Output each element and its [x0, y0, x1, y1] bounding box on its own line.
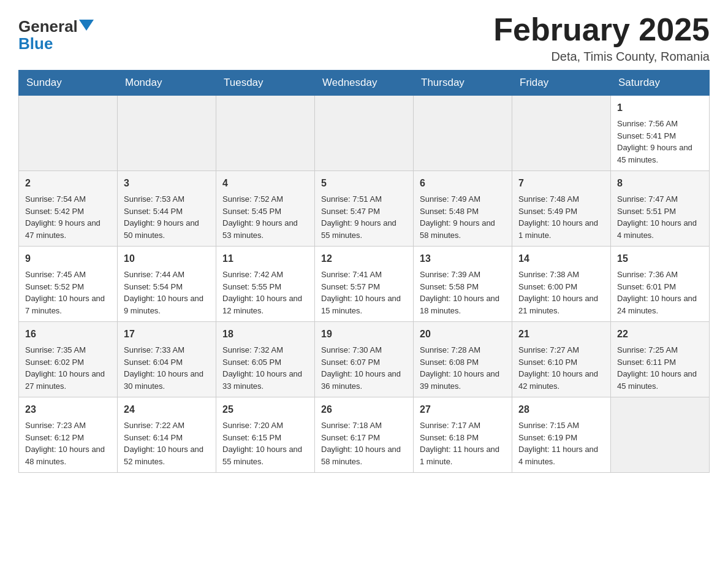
- day-info-line: Daylight: 10 hours and 52 minutes.: [124, 443, 210, 467]
- day-info-line: Daylight: 10 hours and 42 minutes.: [518, 368, 604, 392]
- calendar-week-3: 9Sunrise: 7:45 AMSunset: 5:52 PMDaylight…: [19, 247, 710, 322]
- day-info-line: Sunset: 6:07 PM: [321, 356, 407, 369]
- day-info-line: Daylight: 10 hours and 27 minutes.: [25, 368, 111, 392]
- calendar-cell-w1-d4: [315, 96, 414, 171]
- day-info-line: Daylight: 10 hours and 7 minutes.: [25, 293, 111, 316]
- day-number: 22: [617, 327, 703, 342]
- day-info-line: Sunrise: 7:23 AM: [25, 419, 111, 432]
- day-number: 6: [420, 176, 506, 191]
- day-info-line: Daylight: 10 hours and 18 minutes.: [420, 293, 506, 316]
- logo-blue: Blue: [18, 36, 53, 52]
- day-info-line: Sunrise: 7:36 AM: [617, 269, 703, 281]
- day-number: 17: [124, 327, 210, 342]
- day-info-line: Daylight: 9 hours and 50 minutes.: [124, 217, 210, 241]
- calendar-cell-w3-d1: 9Sunrise: 7:45 AMSunset: 5:52 PMDaylight…: [19, 247, 118, 322]
- day-info-line: Sunrise: 7:48 AM: [518, 193, 604, 205]
- day-info-line: Sunrise: 7:39 AM: [420, 269, 506, 281]
- calendar-cell-w3-d3: 11Sunrise: 7:42 AMSunset: 5:55 PMDayligh…: [216, 247, 315, 322]
- calendar-week-1: 1Sunrise: 7:56 AMSunset: 5:41 PMDaylight…: [19, 96, 710, 171]
- calendar-title-block: February 2025 Deta, Timis County, Romani…: [493, 12, 710, 64]
- day-number: 2: [25, 176, 111, 191]
- day-info-line: Sunrise: 7:30 AM: [321, 344, 407, 356]
- calendar-cell-w1-d7: 1Sunrise: 7:56 AMSunset: 5:41 PMDaylight…: [611, 96, 710, 171]
- calendar-cell-w5-d3: 25Sunrise: 7:20 AMSunset: 6:15 PMDayligh…: [216, 397, 315, 473]
- day-number: 8: [617, 176, 703, 191]
- calendar-cell-w3-d4: 12Sunrise: 7:41 AMSunset: 5:57 PMDayligh…: [315, 247, 414, 322]
- day-info-line: Daylight: 10 hours and 48 minutes.: [25, 443, 111, 467]
- day-info-line: Sunset: 5:52 PM: [25, 281, 111, 293]
- day-number: 3: [124, 176, 210, 191]
- day-info-line: Sunset: 6:01 PM: [617, 281, 703, 293]
- day-info-line: Daylight: 10 hours and 9 minutes.: [124, 293, 210, 316]
- day-info-line: Daylight: 9 hours and 58 minutes.: [420, 217, 506, 241]
- day-info-line: Daylight: 10 hours and 36 minutes.: [321, 368, 407, 392]
- day-info-line: Sunrise: 7:53 AM: [124, 193, 210, 205]
- day-number: 21: [518, 327, 604, 342]
- day-info-line: Sunset: 5:41 PM: [617, 130, 703, 142]
- calendar-cell-w4-d5: 20Sunrise: 7:28 AMSunset: 6:08 PMDayligh…: [414, 322, 512, 397]
- day-info-line: Sunset: 5:42 PM: [25, 205, 111, 218]
- day-info-line: Sunrise: 7:28 AM: [420, 344, 506, 356]
- calendar-cell-w3-d6: 14Sunrise: 7:38 AMSunset: 6:00 PMDayligh…: [512, 247, 611, 322]
- day-info-line: Daylight: 10 hours and 12 minutes.: [222, 293, 308, 316]
- day-info-line: Sunset: 5:57 PM: [321, 281, 407, 293]
- day-info-line: Sunset: 6:18 PM: [420, 432, 506, 444]
- day-info-line: Sunset: 5:58 PM: [420, 281, 506, 293]
- day-info-line: Daylight: 11 hours and 1 minute.: [420, 443, 506, 467]
- day-info-line: Daylight: 10 hours and 15 minutes.: [321, 293, 407, 316]
- day-number: 19: [321, 327, 407, 342]
- calendar-cell-w5-d2: 24Sunrise: 7:22 AMSunset: 6:14 PMDayligh…: [118, 397, 216, 473]
- day-number: 10: [124, 251, 210, 266]
- calendar-cell-w4-d4: 19Sunrise: 7:30 AMSunset: 6:07 PMDayligh…: [315, 322, 414, 397]
- calendar-cell-w4-d7: 22Sunrise: 7:25 AMSunset: 6:11 PMDayligh…: [611, 322, 710, 397]
- day-info-line: Daylight: 9 hours and 53 minutes.: [222, 217, 308, 241]
- calendar-cell-w1-d5: [414, 96, 512, 171]
- day-number: 28: [518, 402, 604, 417]
- logo-general: General: [18, 18, 78, 34]
- day-number: 4: [222, 176, 308, 191]
- day-number: 18: [222, 327, 308, 342]
- calendar-cell-w1-d2: [118, 96, 216, 171]
- day-number: 11: [222, 251, 308, 266]
- calendar-week-4: 16Sunrise: 7:35 AMSunset: 6:02 PMDayligh…: [19, 322, 710, 397]
- calendar-cell-w3-d5: 13Sunrise: 7:39 AMSunset: 5:58 PMDayligh…: [414, 247, 512, 322]
- calendar-cell-w3-d2: 10Sunrise: 7:44 AMSunset: 5:54 PMDayligh…: [118, 247, 216, 322]
- day-info-line: Sunrise: 7:32 AM: [222, 344, 308, 356]
- calendar-week-2: 2Sunrise: 7:54 AMSunset: 5:42 PMDaylight…: [19, 171, 710, 247]
- day-info-line: Sunrise: 7:38 AM: [518, 269, 604, 281]
- calendar-cell-w5-d7: [611, 397, 710, 473]
- day-info-line: Daylight: 10 hours and 58 minutes.: [321, 443, 407, 467]
- day-info-line: Sunrise: 7:27 AM: [518, 344, 604, 356]
- day-info-line: Sunrise: 7:22 AM: [124, 419, 210, 432]
- day-info-line: Sunset: 5:45 PM: [222, 205, 308, 218]
- day-number: 9: [25, 251, 111, 266]
- day-info-line: Daylight: 9 hours and 45 minutes.: [617, 142, 703, 166]
- day-number: 24: [124, 402, 210, 417]
- day-number: 16: [25, 327, 111, 342]
- calendar-cell-w2-d4: 5Sunrise: 7:51 AMSunset: 5:47 PMDaylight…: [315, 171, 414, 247]
- col-header-friday: Friday: [512, 71, 611, 96]
- day-number: 20: [420, 327, 506, 342]
- col-header-thursday: Thursday: [414, 71, 512, 96]
- calendar-cell-w5-d4: 26Sunrise: 7:18 AMSunset: 6:17 PMDayligh…: [315, 397, 414, 473]
- calendar-cell-w5-d5: 27Sunrise: 7:17 AMSunset: 6:18 PMDayligh…: [414, 397, 512, 473]
- day-info-line: Daylight: 9 hours and 55 minutes.: [321, 217, 407, 241]
- day-info-line: Sunrise: 7:17 AM: [420, 419, 506, 432]
- calendar-cell-w4-d1: 16Sunrise: 7:35 AMSunset: 6:02 PMDayligh…: [19, 322, 118, 397]
- calendar-location: Deta, Timis County, Romania: [493, 50, 710, 64]
- day-info-line: Sunset: 6:00 PM: [518, 281, 604, 293]
- col-header-sunday: Sunday: [19, 71, 118, 96]
- calendar-cell-w2-d1: 2Sunrise: 7:54 AMSunset: 5:42 PMDaylight…: [19, 171, 118, 247]
- day-info-line: Sunset: 6:08 PM: [420, 356, 506, 369]
- calendar-cell-w2-d2: 3Sunrise: 7:53 AMSunset: 5:44 PMDaylight…: [118, 171, 216, 247]
- day-info-line: Sunrise: 7:35 AM: [25, 344, 111, 356]
- day-number: 7: [518, 176, 604, 191]
- day-info-line: Sunset: 6:17 PM: [321, 432, 407, 444]
- calendar-table: Sunday Monday Tuesday Wednesday Thursday…: [18, 70, 710, 473]
- day-info-line: Sunset: 5:44 PM: [124, 205, 210, 218]
- calendar-cell-w2-d5: 6Sunrise: 7:49 AMSunset: 5:48 PMDaylight…: [414, 171, 512, 247]
- col-header-wednesday: Wednesday: [315, 71, 414, 96]
- calendar-header-row: Sunday Monday Tuesday Wednesday Thursday…: [19, 71, 710, 96]
- day-number: 27: [420, 402, 506, 417]
- day-number: 1: [617, 101, 703, 115]
